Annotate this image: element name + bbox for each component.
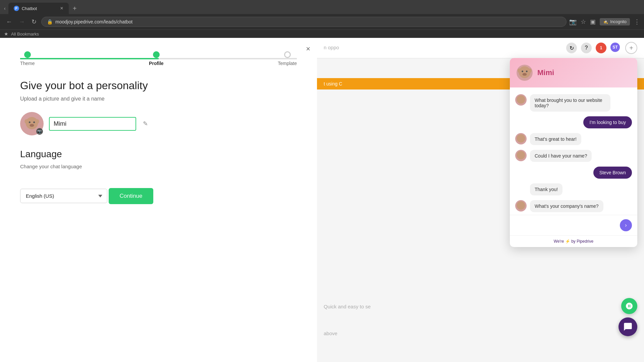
tab-scroll-left[interactable]: ‹ — [3, 4, 7, 12]
camera-icon: 📷 — [37, 129, 42, 134]
toolbar-right: 📷 ☆ ▣ 🕵 Incognito ⋮ — [569, 18, 640, 25]
form-subtitle: Upload a picture and give it a name — [20, 96, 297, 102]
app-toolbar-icons: ↻ ? 1 ST — [566, 43, 620, 53]
chat-bubble-1: What brought you to our website today? — [530, 94, 610, 112]
chat-footer: We're ⚡ by Pipedrive — [510, 235, 637, 247]
svg-point-0 — [26, 117, 38, 129]
url-text: moodjoy.pipedrive.com/leads/chatbot — [55, 19, 132, 24]
tab-title: Chatbot — [22, 6, 58, 11]
stepper-dot-theme — [24, 51, 31, 58]
fab-main-button[interactable] — [619, 317, 637, 336]
svg-point-14 — [517, 151, 525, 159]
stepper-step-template[interactable]: Template — [278, 51, 297, 66]
stepper-label-profile: Profile — [149, 61, 164, 66]
background-bottom-text: Quick and easy to se — [324, 304, 371, 309]
continue-button[interactable]: Continue — [109, 188, 153, 204]
background-opportunity-text: n oppo — [324, 45, 339, 50]
chat-bot-name: Mimi — [537, 68, 554, 77]
fab-secondary-button[interactable] — [621, 298, 637, 314]
chat-user-bubble-2: Steve Brown — [593, 167, 632, 179]
browser-chrome: ‹ P Chatbot × + ← → ↻ 🔒 moodjoy.pipedriv… — [0, 0, 644, 38]
chat-user-bubble-1: I'm looking to buy — [583, 116, 632, 128]
star-icon[interactable]: ☆ — [581, 18, 586, 25]
more-options-icon[interactable]: ⋮ — [634, 18, 640, 25]
bot-identity: 📷 ✎ — [20, 112, 297, 135]
chat-send-button[interactable]: › — [620, 219, 632, 231]
svg-point-9 — [523, 73, 527, 76]
svg-point-8 — [526, 71, 528, 72]
bookmarks-label: All Bookmarks — [11, 32, 39, 37]
new-tab-button[interactable]: + — [70, 3, 79, 14]
close-button[interactable]: × — [306, 45, 310, 53]
stepper-dot-profile — [153, 51, 160, 58]
chat-message-7: What's your company's name? — [515, 200, 632, 212]
chat-header: Mimi — [510, 58, 637, 87]
form-title: Give your bot a personality — [20, 79, 297, 92]
notification-badge[interactable]: 1 — [596, 43, 606, 53]
active-tab[interactable]: P Chatbot × — [8, 3, 69, 14]
language-select-wrapper: English (US) English (UK) Spanish French… — [20, 189, 107, 203]
sidebar-icon[interactable]: ▣ — [590, 18, 596, 25]
chat-input[interactable] — [515, 223, 617, 228]
tab-favicon: P — [14, 6, 19, 11]
stepper-dot-template — [284, 51, 291, 58]
stepper-step-profile[interactable]: Profile — [149, 51, 164, 66]
right-panel: ↻ ? 1 ST + n oppo t using C above Quick … — [317, 38, 644, 362]
toolbar-icon-2[interactable]: ? — [581, 43, 592, 53]
bot-name-input[interactable] — [49, 117, 136, 131]
language-section-title: Language — [20, 149, 297, 160]
camera-badge: 📷 — [36, 128, 43, 135]
bot-avatar-upload[interactable]: 📷 — [20, 112, 44, 135]
svg-point-7 — [522, 71, 523, 72]
chat-msg-avatar-4 — [515, 150, 527, 161]
stepper-step-theme[interactable]: Theme — [20, 51, 35, 66]
chat-msg-avatar-1 — [515, 94, 527, 106]
chat-message-6: Thank you! — [515, 183, 632, 195]
svg-point-5 — [36, 119, 39, 124]
svg-point-2 — [33, 121, 35, 123]
chat-msg-avatar-3 — [515, 133, 527, 144]
main-content: × Theme Profile Template Give your bot a… — [0, 38, 644, 362]
stepper-label-theme: Theme — [20, 61, 35, 66]
chat-message-3: That's great to hear! — [515, 133, 632, 145]
svg-point-12 — [517, 95, 525, 104]
chat-messages: What brought you to our website today? I… — [510, 87, 637, 215]
svg-point-1 — [29, 121, 31, 123]
chat-footer-text: We're ⚡ by Pipedrive — [554, 239, 593, 244]
svg-point-15 — [517, 201, 525, 209]
yellow-bar-text: t using C — [324, 81, 342, 86]
svg-point-3 — [30, 124, 34, 127]
tab-close-button[interactable]: × — [60, 5, 63, 11]
chat-bubble-3: That's great to hear! — [530, 133, 581, 145]
app-toolbar: ↻ ? 1 ST + — [317, 38, 644, 58]
incognito-icon: 🕵 — [603, 19, 608, 24]
add-button[interactable]: + — [625, 42, 637, 54]
browser-toolbar: ← → ↻ 🔒 moodjoy.pipedrive.com/leads/chat… — [0, 14, 644, 29]
language-select[interactable]: English (US) English (UK) Spanish French… — [20, 189, 107, 203]
stepper-label-template: Template — [278, 61, 297, 66]
user-avatar[interactable]: ST — [610, 43, 620, 52]
incognito-badge: 🕵 Incognito — [600, 18, 630, 25]
forward-button[interactable]: → — [17, 17, 27, 27]
svg-point-4 — [24, 119, 28, 124]
back-button[interactable]: ← — [4, 17, 14, 27]
toolbar-icon-1[interactable]: ↻ — [566, 43, 577, 53]
svg-point-11 — [528, 68, 532, 73]
camera-off-icon: 📷 — [569, 18, 577, 25]
lock-icon: 🔒 — [47, 19, 53, 24]
background-above-text: above — [324, 330, 337, 336]
language-subtitle: Change your chat language — [20, 164, 297, 169]
refresh-button[interactable]: ↻ — [30, 17, 39, 27]
address-bar[interactable]: 🔒 moodjoy.pipedrive.com/leads/chatbot — [41, 17, 567, 27]
chat-bubble-4: Could I have your name? — [530, 150, 592, 162]
bookmarks-icon: ★ — [4, 31, 8, 37]
chat-msg-avatar-7 — [515, 200, 527, 212]
chat-message-5: Steve Brown — [515, 167, 632, 179]
chat-bot-avatar — [517, 65, 533, 81]
stepper-track-fill — [20, 58, 159, 59]
edit-icon[interactable]: ✎ — [143, 120, 148, 127]
chat-bubble-7: What's your company's name? — [530, 200, 603, 212]
form-panel: × Theme Profile Template Give your bot a… — [0, 38, 317, 362]
svg-point-10 — [518, 68, 521, 73]
chat-message-2: I'm looking to buy — [515, 116, 632, 128]
